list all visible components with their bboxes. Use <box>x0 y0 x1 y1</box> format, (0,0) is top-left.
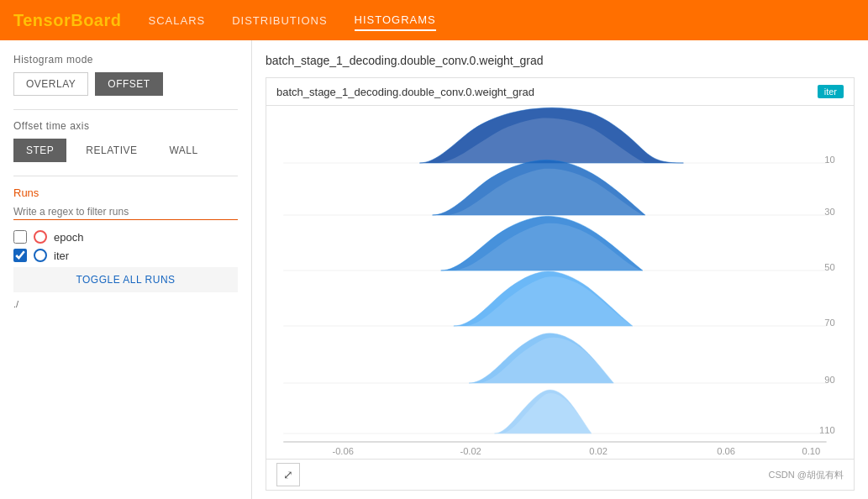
chart-header: batch_stage_1_decoding.double_conv.0.wei… <box>266 78 854 106</box>
epoch-checkbox[interactable] <box>13 230 27 244</box>
svg-text:-0.02: -0.02 <box>460 446 481 456</box>
iter-checkbox[interactable] <box>13 249 27 262</box>
run-item-epoch: epoch <box>13 230 238 244</box>
chart-footer: ⤢ CSDN @胡侃有料 <box>266 459 854 490</box>
logo-board: Board <box>71 11 121 29</box>
nav-distributions[interactable]: DISTRIBUTIONS <box>232 11 327 30</box>
histogram-svg: 10 30 50 70 90 110 -0.06 <box>266 106 854 459</box>
iter-label: iter <box>54 250 69 262</box>
hist-70 <box>454 271 633 326</box>
content-area: batch_stage_1_decoding.double_conv.0.wei… <box>252 40 868 499</box>
hist-110 <box>494 390 592 433</box>
nav-histograms[interactable]: HISTOGRAMS <box>355 10 436 31</box>
offset-axis-label: Offset time axis <box>13 120 238 132</box>
svg-text:-0.06: -0.06 <box>332 446 353 456</box>
watermark: CSDN @胡侃有料 <box>769 469 844 481</box>
iter-badge: iter <box>818 85 844 98</box>
chart-card: batch_stage_1_decoding.double_conv.0.wei… <box>266 77 855 491</box>
run-item-iter: iter <box>13 249 238 262</box>
svg-text:0.02: 0.02 <box>589 446 608 456</box>
filter-input[interactable] <box>13 204 238 220</box>
chart-area: 10 30 50 70 90 110 -0.06 <box>266 106 854 459</box>
mode-buttons: OVERLAY OFFSET <box>13 72 238 96</box>
wall-btn[interactable]: WALL <box>156 139 210 162</box>
runs-label: Runs <box>13 186 238 199</box>
logo: TensorBoard <box>13 11 122 30</box>
overlay-btn[interactable]: OVERLAY <box>13 72 88 96</box>
hist-90 <box>469 334 615 383</box>
expand-button[interactable]: ⤢ <box>276 463 300 486</box>
divider-2 <box>13 176 238 176</box>
nav-scalars[interactable]: SCALARS <box>149 11 206 30</box>
offset-btn[interactable]: OFFSET <box>95 72 162 96</box>
sidebar: Histogram mode OVERLAY OFFSET Offset tim… <box>0 40 252 499</box>
hist-30 <box>433 160 645 215</box>
header: TensorBoard SCALARS DISTRIBUTIONS HISTOG… <box>0 0 868 40</box>
run-path: ./ <box>13 299 238 309</box>
epoch-circle <box>34 230 47 244</box>
svg-text:0.10: 0.10 <box>802 446 821 456</box>
toggle-all-runs-button[interactable]: TOGGLE ALL RUNS <box>13 267 238 292</box>
hist-50 <box>441 216 643 271</box>
axis-buttons: STEP RELATIVE WALL <box>13 139 238 162</box>
epoch-label: epoch <box>54 231 83 244</box>
main-layout: Histogram mode OVERLAY OFFSET Offset tim… <box>0 40 868 499</box>
iter-circle <box>34 249 47 262</box>
step-btn[interactable]: STEP <box>13 139 66 162</box>
svg-text:0.06: 0.06 <box>717 446 735 456</box>
hist-10 <box>419 108 683 163</box>
logo-tensor: Tensor <box>13 11 71 29</box>
chart-subtitle: batch_stage_1_decoding.double_conv.0.wei… <box>276 86 534 98</box>
divider-1 <box>13 109 238 110</box>
histogram-mode-label: Histogram mode <box>13 54 238 66</box>
chart-title: batch_stage_1_decoding.double_conv.0.wei… <box>266 54 855 67</box>
relative-btn[interactable]: RELATIVE <box>73 139 150 162</box>
